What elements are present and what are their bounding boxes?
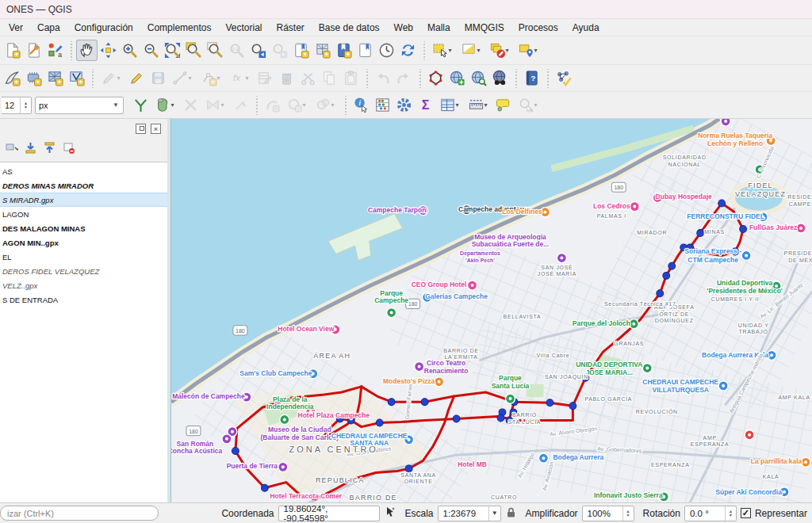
menu-ayuda[interactable]: Ayuda <box>565 21 607 35</box>
locator-search-input[interactable]: izar (Ctrl+K) <box>0 506 159 521</box>
magnifier-arrows[interactable]: ▲▼ <box>622 506 634 521</box>
layer-item[interactable]: DEROS FIDEL VELAZQUEZ <box>0 264 167 278</box>
panel-float-button[interactable] <box>136 124 146 134</box>
snap-unit-combo[interactable]: px ▼ <box>35 97 124 114</box>
sum-stats-button[interactable]: Σ <box>415 94 436 116</box>
map-label: SAN JOSÉ <box>541 264 573 270</box>
attribute-table-button[interactable]: ▾ <box>436 94 465 116</box>
new-project-button[interactable] <box>2 40 23 61</box>
zoom-full-button[interactable] <box>162 40 183 61</box>
rotation-arrows[interactable]: ▲▼ <box>725 506 736 521</box>
layer-item[interactable]: AGON MIN..gpx <box>0 235 167 250</box>
chevron-down-icon[interactable]: ▾ <box>534 101 541 109</box>
lock-scale-icon[interactable] <box>505 506 517 521</box>
chevron-down-icon[interactable]: ▾ <box>506 47 512 54</box>
render-checkbox[interactable]: ✓ <box>741 508 751 518</box>
chevron-down-icon[interactable]: ▾ <box>171 101 178 109</box>
new-virtual-button[interactable] <box>66 67 87 89</box>
bookmark-new-button[interactable] <box>333 40 354 61</box>
zoom-last-button[interactable] <box>247 40 269 61</box>
layer-item[interactable]: DEROS MINAS MIRADOR <box>0 178 167 193</box>
metasearch-add-button[interactable] <box>446 67 468 89</box>
menu-web[interactable]: Web <box>387 21 420 35</box>
temporal-controller-button[interactable] <box>376 40 397 61</box>
scale-combo[interactable]: 1:23679 ▼ <box>438 506 501 521</box>
new-mesh-button[interactable] <box>44 67 66 89</box>
chevron-down-icon[interactable]: ▾ <box>449 47 455 54</box>
layer-item[interactable]: VELZ..gpx <box>0 278 167 292</box>
toggle-editing-button[interactable] <box>126 67 147 89</box>
polygon-nodes-button[interactable] <box>425 67 446 89</box>
pan-map-button[interactable] <box>76 40 98 61</box>
zoom-in-button[interactable] <box>119 40 140 61</box>
refresh-button[interactable] <box>397 40 419 61</box>
menu-vectorial[interactable]: Vectorial <box>218 21 269 35</box>
snap-tolerance-arrows[interactable]: ▲▼ <box>20 97 31 113</box>
extent-capture-icon[interactable] <box>384 506 396 521</box>
identify-button[interactable]: i <box>350 94 372 116</box>
bookmark-manager-button[interactable] <box>354 40 376 61</box>
project-properties-button[interactable] <box>23 40 44 61</box>
magnifier-spinbox[interactable]: 100% ▲▼ <box>582 506 634 521</box>
help-button[interactable]: ? <box>521 67 542 89</box>
chevron-down-icon[interactable]: ▾ <box>189 74 195 82</box>
deselect-all-button[interactable]: ▾ <box>486 40 515 61</box>
statistics-button[interactable] <box>372 94 393 116</box>
layer-item[interactable]: AS <box>0 164 167 178</box>
processing-button[interactable] <box>393 94 415 116</box>
chevron-down-icon[interactable]: ▾ <box>485 101 491 109</box>
chevron-down-icon[interactable]: ▾ <box>217 74 224 82</box>
pan-selection-button[interactable] <box>98 40 119 61</box>
select-expression-button[interactable]: ▾ <box>458 40 486 61</box>
layer-item[interactable]: EL <box>0 250 167 264</box>
collapse-all-button[interactable] <box>41 139 57 155</box>
remove-layer-button[interactable] <box>60 139 76 155</box>
zoom-selection-button[interactable] <box>205 40 226 61</box>
metasearch-button[interactable] <box>468 67 489 89</box>
menu-configuraci-n[interactable]: Configuración <box>67 21 140 35</box>
menu-complementos[interactable]: Complementos <box>140 21 219 35</box>
new-3d-view-button[interactable] <box>312 40 333 61</box>
rotation-spinbox[interactable]: 0.0 ° ▲▼ <box>684 506 737 521</box>
menu-r-ster[interactable]: Ráster <box>269 21 311 35</box>
new-temp-layer-button[interactable] <box>2 67 23 89</box>
check-geometries-button[interactable] <box>553 67 574 89</box>
style-manager-button[interactable]: a <box>44 40 66 61</box>
zoom-layer-button[interactable] <box>183 40 205 61</box>
map-tips-button[interactable] <box>493 94 515 116</box>
manage-themes-button[interactable] <box>3 139 19 155</box>
menu-capa[interactable]: Capa <box>30 21 67 35</box>
layer-item[interactable]: S MIRADR.gpx <box>0 193 167 207</box>
snapping-button[interactable] <box>130 94 151 116</box>
new-spatialite-button[interactable] <box>23 67 44 89</box>
osm-place-search-button[interactable] <box>489 67 511 89</box>
menu-mmqgis[interactable]: MMQGIS <box>458 21 511 35</box>
chevron-down-icon[interactable]: ▾ <box>534 47 541 54</box>
map-canvas[interactable]: 180180180180Campeche TarponCampeche adve… <box>170 119 812 502</box>
menu-procesos[interactable]: Procesos <box>511 21 565 35</box>
new-map-view-button[interactable] <box>290 40 312 61</box>
chevron-down-icon[interactable]: ▾ <box>477 47 484 54</box>
select-rect-button[interactable]: ▾ <box>429 40 458 61</box>
chevron-down-icon[interactable]: ▾ <box>456 101 462 109</box>
coordinate-input[interactable]: 19.86024°, -90.54598° <box>278 506 380 521</box>
menu-malla[interactable]: Malla <box>420 21 458 35</box>
chevron-down-icon[interactable]: ▾ <box>221 101 228 109</box>
snap-tolerance-spinbox[interactable]: 12 ▲▼ <box>2 97 32 114</box>
map-label: Parque del Joloch <box>573 319 630 327</box>
expand-all-button[interactable] <box>22 139 38 155</box>
layer-item[interactable]: S DE ENTRADA <box>0 292 167 307</box>
layer-item[interactable]: DES MALAGON MINAS <box>0 221 167 235</box>
measure-button[interactable]: ▾ <box>465 94 493 116</box>
panel-close-button[interactable]: × <box>151 124 161 134</box>
menu-ver[interactable]: Ver <box>2 21 30 35</box>
zoom-out-button[interactable] <box>140 40 162 61</box>
select-location-button[interactable]: ▾ <box>515 40 543 61</box>
menu-base-de-datos[interactable]: Base de datos <box>312 21 387 35</box>
chevron-down-icon[interactable]: ▾ <box>117 74 124 82</box>
layer-item[interactable]: LAGON <box>0 207 167 221</box>
chevron-down-icon[interactable]: ▾ <box>331 101 338 109</box>
topology-button[interactable]: ▾ <box>151 94 180 116</box>
chevron-down-icon[interactable]: ▾ <box>303 101 309 109</box>
chevron-down-icon[interactable]: ▾ <box>246 74 252 82</box>
